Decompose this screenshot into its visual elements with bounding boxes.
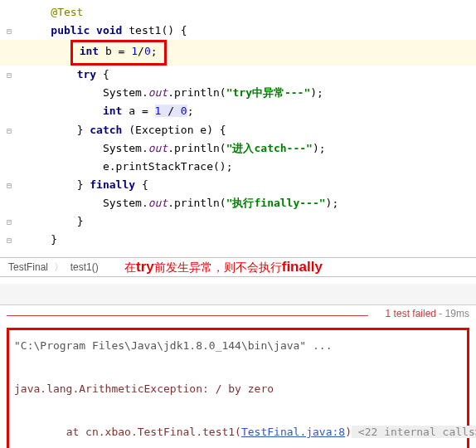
code-line: ⊟ } finally {	[0, 176, 476, 194]
stacktrace-link[interactable]: TestFinal.java:8	[241, 426, 345, 438]
fold-icon[interactable]: ⊟	[7, 68, 12, 82]
test-time: - 19ms	[436, 308, 469, 319]
code-line: ⊟ }	[0, 212, 476, 231]
user-annotation: 在try前发生异常，则不会执行finally	[124, 259, 323, 275]
internal-calls: <22 internal calls>	[352, 426, 476, 438]
console-line	[14, 357, 462, 378]
breadcrumb-class[interactable]: TestFinal	[8, 261, 48, 273]
code-editor[interactable]: @Test ⊟ public void test1() { int b = 1/…	[0, 0, 476, 257]
fold-icon[interactable]: ⊟	[7, 123, 12, 137]
code-line: ⊟ } catch (Exception e) {	[0, 121, 476, 139]
error-highlight-box: int b = 1/0;	[70, 40, 167, 66]
code-line: ⊟ public void test1() {	[0, 22, 476, 40]
console-exception: java.lang.ArithmeticException: / by zero	[14, 378, 462, 400]
fold-icon[interactable]: ⊟	[7, 233, 12, 247]
fold-icon[interactable]: ⊟	[7, 215, 12, 229]
test-status-bar: 1 test failed - 19ms	[0, 305, 476, 324]
code-line: e.printStackTrace();	[0, 158, 476, 176]
code-line: System.out.println("进入catch---");	[0, 139, 476, 158]
code-line: ⊟ }	[0, 231, 476, 249]
breadcrumb-bar: TestFinal 〉 test1() 在try前发生异常，则不会执行final…	[0, 257, 476, 277]
breadcrumb-method[interactable]: test1()	[70, 261, 99, 273]
test-fail-count: 1 test failed	[386, 308, 436, 319]
breadcrumb-separator-icon: 〉	[54, 261, 64, 273]
code-line: System.out.println("try中异常---");	[0, 84, 476, 102]
code-line: ⊟ try {	[0, 66, 476, 84]
panel-divider	[0, 284, 476, 305]
code-line: int a = 1 / 0;	[0, 102, 476, 120]
fold-icon[interactable]: ⊟	[7, 178, 12, 192]
console-output[interactable]: "C:\Program Files\Java\jdk1.8.0_144\bin\…	[7, 328, 469, 448]
code-line: @Test	[0, 3, 476, 22]
console-line: "C:\Program Files\Java\jdk1.8.0_144\bin\…	[14, 335, 462, 357]
code-line-highlighted: int b = 1/0;	[0, 40, 476, 66]
code-line: System.out.println("执行finally---");	[0, 194, 476, 212]
fold-icon[interactable]: ⊟	[7, 24, 12, 38]
console-stacktrace: at cn.xbao.TestFinal.test1(TestFinal.jav…	[14, 421, 462, 443]
console-line	[14, 400, 462, 421]
annotation-test: @Test	[51, 6, 83, 18]
